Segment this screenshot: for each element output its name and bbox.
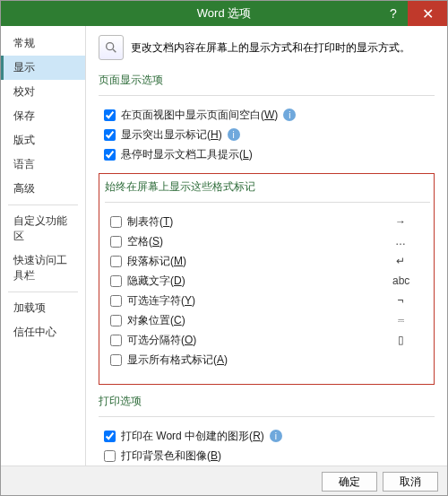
checkbox-row: 打印背景色和图像(B): [104, 446, 435, 466]
info-icon[interactable]: i: [228, 128, 240, 141]
checkbox-label[interactable]: 可选连字符(Y): [127, 293, 195, 309]
window-controls: ? ✕: [379, 1, 447, 26]
checkbox-label[interactable]: 可选分隔符(O): [127, 333, 196, 348]
section-page-display: 页面显示选项 在页面视图中显示页面间空白(W)i显示突出显示标记(H)i悬停时显…: [99, 73, 435, 173]
checkbox-label[interactable]: 显示所有格式标记(A): [127, 352, 228, 368]
checkbox[interactable]: [104, 109, 116, 121]
panel-description: 更改文档内容在屏幕上的显示方式和在打印时的显示方式。: [131, 40, 410, 56]
checkbox[interactable]: [110, 335, 122, 346]
sidebar-item[interactable]: 保存: [1, 104, 85, 128]
divider: [8, 292, 78, 292]
info-icon[interactable]: i: [270, 430, 282, 442]
checkbox-row: 段落标记(M)↵: [110, 251, 430, 271]
checkbox-label[interactable]: 打印在 Word 中创建的图形(R): [121, 429, 264, 444]
section-title: 打印选项: [99, 394, 435, 409]
dialog-footer: 确定 取消: [1, 466, 447, 496]
checkbox-row: 隐藏文字(D)abc: [110, 271, 430, 291]
checkbox-label[interactable]: 空格(S): [127, 234, 163, 249]
divider: [99, 416, 435, 417]
sidebar-item[interactable]: 显示: [1, 56, 85, 80]
format-symbol: ▯: [392, 334, 409, 346]
sidebar-item[interactable]: 校对: [1, 80, 85, 104]
svg-line-1: [113, 49, 116, 52]
format-symbol: ↵: [392, 255, 409, 267]
help-icon[interactable]: ?: [379, 1, 408, 26]
checkbox-row: 可选连字符(Y)¬: [110, 291, 430, 310]
checkbox-label[interactable]: 显示突出显示标记(H): [121, 127, 222, 143]
checkbox[interactable]: [110, 315, 122, 326]
magnifier-icon: [99, 35, 124, 60]
sidebar: 常规显示校对保存版式语言高级自定义功能区快速访问工具栏加载项信任中心: [1, 26, 86, 466]
section-format-marks: 始终在屏幕上显示这些格式标记 制表符(T)→空格(S)…段落标记(M)↵隐藏文字…: [99, 173, 435, 385]
sidebar-item[interactable]: 加载项: [1, 296, 85, 320]
checkbox-row: 可选分隔符(O)▯: [110, 330, 430, 350]
content-area: 常规显示校对保存版式语言高级自定义功能区快速访问工具栏加载项信任中心 更改文档内…: [1, 26, 447, 466]
format-symbol: ¬: [392, 294, 409, 307]
section-title: 页面显示选项: [99, 73, 435, 88]
checkbox-row: 打印在 Word 中创建的图形(R)i: [104, 426, 435, 446]
checkbox[interactable]: [110, 256, 122, 267]
checkbox[interactable]: [110, 216, 122, 228]
sidebar-item[interactable]: 自定义功能区: [1, 209, 85, 248]
panel-header: 更改文档内容在屏幕上的显示方式和在打印时的显示方式。: [99, 35, 435, 60]
divider: [99, 95, 435, 96]
checkbox-row: 显示所有格式标记(A): [110, 350, 430, 370]
close-icon[interactable]: ✕: [408, 1, 447, 26]
section-print-options: 打印选项 打印在 Word 中创建的图形(R)i打印背景色和图像(B)打印文档属…: [99, 394, 435, 466]
checkbox-label[interactable]: 打印背景色和图像(B): [121, 448, 221, 464]
window-title: Word 选项: [197, 5, 251, 22]
checkbox-row: 悬停时显示文档工具提示(L): [104, 144, 435, 164]
checkbox[interactable]: [104, 450, 116, 462]
format-symbol: ⎓: [392, 314, 409, 326]
format-symbol: …: [392, 235, 409, 248]
checkbox-label[interactable]: 对象位置(C): [127, 313, 185, 328]
checkbox[interactable]: [110, 295, 122, 307]
sidebar-item[interactable]: 语言: [1, 152, 85, 177]
checkbox-label[interactable]: 悬停时显示文档工具提示(L): [121, 147, 253, 162]
info-icon[interactable]: i: [283, 109, 296, 121]
checkbox-row: 空格(S)…: [110, 231, 430, 251]
section-title: 始终在屏幕上显示这些格式标记: [105, 179, 430, 195]
checkbox[interactable]: [104, 149, 116, 161]
sidebar-item[interactable]: 信任中心: [1, 320, 85, 344]
checkbox[interactable]: [104, 431, 116, 442]
main-panel: 更改文档内容在屏幕上的显示方式和在打印时的显示方式。 页面显示选项 在页面视图中…: [86, 26, 447, 466]
checkbox-row: 对象位置(C)⎓: [110, 310, 430, 330]
checkbox-label[interactable]: 在页面视图中显示页面间空白(W): [121, 108, 278, 123]
format-symbol: abc: [392, 274, 409, 287]
titlebar: Word 选项 ? ✕: [1, 1, 447, 26]
checkbox-label[interactable]: 段落标记(M): [127, 254, 186, 269]
sidebar-item[interactable]: 高级: [1, 177, 85, 201]
divider: [105, 202, 430, 203]
sidebar-item[interactable]: 常规: [1, 31, 85, 56]
ok-button[interactable]: 确定: [322, 472, 377, 492]
checkbox[interactable]: [110, 236, 122, 248]
sidebar-item[interactable]: 版式: [1, 128, 85, 152]
checkbox-row: 在页面视图中显示页面间空白(W)i: [104, 105, 435, 125]
checkbox-row: 显示突出显示标记(H)i: [104, 125, 435, 144]
checkbox[interactable]: [110, 354, 122, 366]
checkbox[interactable]: [110, 275, 122, 287]
format-symbol: →: [392, 215, 409, 228]
checkbox-row: 制表符(T)→: [110, 212, 430, 231]
svg-point-0: [107, 43, 114, 50]
checkbox-label[interactable]: 制表符(T): [127, 214, 173, 230]
checkbox[interactable]: [104, 129, 116, 141]
sidebar-item[interactable]: 快速访问工具栏: [1, 248, 85, 288]
cancel-button[interactable]: 取消: [383, 472, 438, 492]
checkbox-label[interactable]: 隐藏文字(D): [127, 274, 185, 289]
divider: [8, 204, 78, 205]
